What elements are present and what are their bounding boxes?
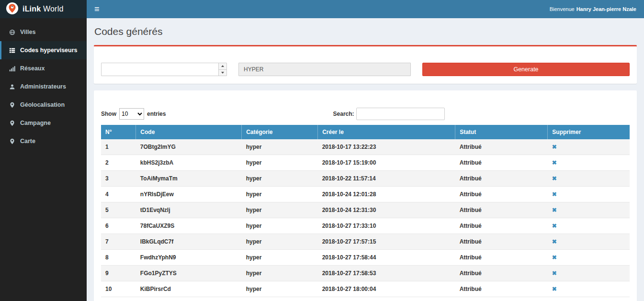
- header-category[interactable]: Catégorie: [242, 125, 318, 139]
- cell-created: 2018-10-22 11:57:14: [318, 171, 455, 187]
- brand-light: World: [41, 5, 63, 13]
- table-row: 6 78fCaUXZ9S hyper 2018-10-27 17:33:10 A…: [101, 218, 630, 234]
- spinner-up-icon[interactable]: [219, 63, 226, 70]
- cell-code: ToAiMymaTm: [136, 171, 242, 187]
- header-num[interactable]: N°: [101, 125, 136, 139]
- table-row: 2 kbHS2j3zbA hyper 2018-10-17 15:19:00 A…: [101, 155, 630, 171]
- show-label: Show: [101, 111, 116, 117]
- cell-num: 8: [101, 250, 136, 266]
- cell-num: 1: [101, 139, 136, 155]
- cell-status: Attribué: [455, 171, 548, 187]
- cell-num: 10: [101, 281, 136, 297]
- sidebar-item-carte[interactable]: Carte: [0, 132, 87, 150]
- cell-code: 78fCaUXZ9S: [136, 218, 242, 234]
- delete-icon[interactable]: ✖: [552, 175, 557, 182]
- page-size-select[interactable]: 10: [119, 108, 144, 120]
- cell-status: Attribué: [455, 281, 548, 297]
- quantity-field-wrap: [101, 63, 227, 76]
- page-length-control: Show 10 entries: [101, 108, 166, 120]
- cell-code: IBkGLqdC7f: [136, 234, 242, 250]
- codes-panel: Show 10 entries Search: N°: [94, 90, 637, 301]
- brand[interactable]: iLink World: [0, 0, 87, 18]
- search-control: Search:: [333, 108, 445, 120]
- main-content: Codes générés Generate: [87, 18, 644, 301]
- generate-button[interactable]: Generate: [422, 63, 630, 76]
- cell-code: kbHS2j3zbA: [136, 155, 242, 171]
- quantity-input[interactable]: [101, 63, 227, 76]
- header-created[interactable]: Créer le: [318, 125, 455, 139]
- header-code[interactable]: Code: [136, 125, 242, 139]
- user-icon: [9, 84, 15, 90]
- sidebar-item-campagne[interactable]: Campagne: [0, 114, 87, 132]
- ilink-logo-icon: [6, 2, 19, 17]
- sidebar-item-reseaux[interactable]: Réseaux: [0, 59, 87, 78]
- table-row: 3 ToAiMymaTm hyper 2018-10-22 11:57:14 A…: [101, 171, 630, 187]
- delete-icon[interactable]: ✖: [552, 159, 557, 166]
- cell-category: hyper: [242, 218, 318, 234]
- cell-created: 2018-10-17 13:22:23: [318, 139, 455, 155]
- delete-icon[interactable]: ✖: [552, 286, 557, 292]
- delete-icon[interactable]: ✖: [552, 270, 557, 277]
- cell-category: hyper: [242, 234, 318, 250]
- generator-panel: Generate: [94, 45, 637, 84]
- cell-created: 2018-10-27 17:58:44: [318, 250, 455, 266]
- user-name[interactable]: Hanry Jean-pierre Nzale: [576, 6, 636, 12]
- brand-title: iLink World: [23, 5, 63, 13]
- cell-status: Attribué: [455, 218, 548, 234]
- cell-created: 2018-10-24 12:01:28: [318, 187, 455, 202]
- globe-icon: [9, 29, 15, 35]
- sidebar-item-administrateurs[interactable]: Administrateurs: [0, 78, 87, 96]
- sidebar-item-label: Codes hyperviseurs: [20, 47, 78, 54]
- delete-icon[interactable]: ✖: [552, 191, 557, 198]
- cell-num: 5: [101, 202, 136, 218]
- table-row: 4 nYRIsDjEew hyper 2018-10-24 12:01:28 A…: [101, 187, 630, 202]
- cell-category: hyper: [242, 171, 318, 187]
- cell-created: 2018-10-27 17:57:15: [318, 234, 455, 250]
- entries-label: entries: [147, 111, 166, 117]
- welcome-prefix: Bienvenue: [550, 6, 575, 12]
- cell-status: Attribué: [455, 266, 548, 281]
- sidebar: Villes Codes hyperviseurs Réseaux Admini…: [0, 18, 87, 301]
- search-input[interactable]: [356, 108, 445, 120]
- cell-category: hyper: [242, 266, 318, 281]
- table-controls: Show 10 entries Search:: [101, 108, 630, 120]
- cell-num: 4: [101, 187, 136, 202]
- cell-num: 9: [101, 266, 136, 281]
- marker-icon: [9, 120, 15, 126]
- cell-code: nYRIsDjEew: [136, 187, 242, 202]
- table-row: 9 FGo1PyZTYS hyper 2018-10-27 17:58:53 A…: [101, 266, 630, 281]
- cell-category: hyper: [242, 202, 318, 218]
- spinner-down-icon[interactable]: [219, 70, 226, 76]
- table-row: 1 7OBtg2lmYG hyper 2018-10-17 13:22:23 A…: [101, 139, 630, 155]
- cell-status: Attribué: [455, 187, 548, 202]
- cell-num: 2: [101, 155, 136, 171]
- header-status[interactable]: Statut: [455, 125, 548, 139]
- cell-created: 2018-10-24 12:31:30: [318, 202, 455, 218]
- sidebar-item-label: Géolocalisation: [20, 101, 65, 108]
- delete-icon[interactable]: ✖: [552, 207, 557, 213]
- cell-status: Attribué: [455, 139, 548, 155]
- category-input: [238, 63, 411, 76]
- cell-code: KiBPirsrCd: [136, 281, 242, 297]
- cell-num: 7: [101, 234, 136, 250]
- table-row: 8 FwdhzYphN9 hyper 2018-10-27 17:58:44 A…: [101, 250, 630, 266]
- delete-icon[interactable]: ✖: [552, 144, 557, 150]
- delete-icon[interactable]: ✖: [552, 238, 557, 245]
- sidebar-item-label: Villes: [20, 29, 35, 35]
- delete-icon[interactable]: ✖: [552, 254, 557, 261]
- sidebar-toggle-icon[interactable]: ≡: [94, 5, 100, 13]
- sidebar-item-codes-hyperviseurs[interactable]: Codes hyperviseurs: [0, 41, 87, 59]
- cell-status: Attribué: [455, 250, 548, 266]
- sidebar-item-villes[interactable]: Villes: [0, 23, 87, 41]
- quantity-spinner[interactable]: [218, 63, 226, 76]
- table-row: 5 tD1EvqNzlj hyper 2018-10-24 12:31:30 A…: [101, 202, 630, 218]
- codes-table: N° Code Catégorie Créer le Statut Suppri…: [101, 125, 630, 297]
- search-label: Search:: [333, 111, 354, 117]
- generator-form: Generate: [101, 63, 630, 76]
- delete-icon[interactable]: ✖: [552, 223, 557, 229]
- cell-num: 3: [101, 171, 136, 187]
- sidebar-item-geolocalisation[interactable]: Géolocalisation: [0, 96, 87, 114]
- cell-status: Attribué: [455, 234, 548, 250]
- sidebar-menu: Villes Codes hyperviseurs Réseaux Admini…: [0, 23, 87, 150]
- header-delete[interactable]: Supprimer: [548, 125, 630, 139]
